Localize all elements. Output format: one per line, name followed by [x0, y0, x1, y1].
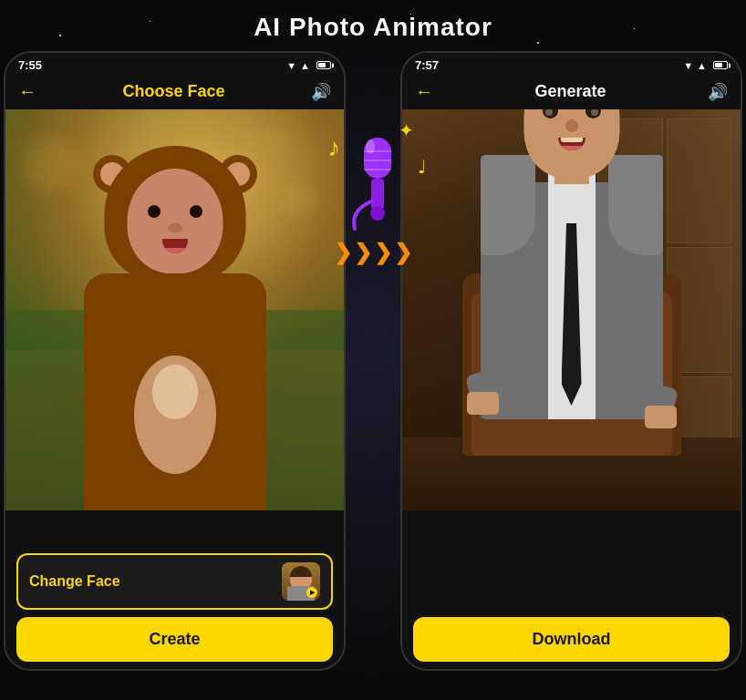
right-sound-button[interactable]: 🔊 — [708, 82, 728, 102]
arrow-1-icon: ❯ — [334, 242, 352, 263]
arrow-2-icon: ❯ — [354, 242, 372, 263]
music-note-1-icon: ♪ — [327, 133, 340, 162]
left-status-bar: 7:55 ▼ ▲ — [5, 53, 344, 76]
change-face-label: Change Face — [29, 573, 120, 590]
right-signal-icon: ▲ — [697, 60, 707, 71]
left-back-button[interactable]: ← — [18, 81, 36, 102]
avatar-play-icon: ▶ — [306, 587, 317, 598]
wall-panel — [667, 118, 731, 243]
change-face-button[interactable]: Change Face ▶ — [16, 553, 333, 610]
right-phone-bottom: Download — [402, 601, 741, 669]
right-status-icons: ▼ ▲ — [683, 60, 728, 71]
left-nav-bar: ← Choose Face 🔊 — [5, 76, 344, 109]
download-button[interactable]: Download — [413, 617, 730, 662]
music-note-2-icon: ♩ — [418, 156, 426, 178]
svg-point-5 — [370, 206, 385, 221]
left-battery-icon — [316, 61, 331, 69]
left-image-area — [5, 109, 344, 510]
left-nav-title: Choose Face — [122, 82, 224, 101]
man-suit-photo — [402, 109, 741, 510]
avatar-hair — [290, 566, 312, 577]
arrow-4-icon: ❯ — [394, 242, 412, 263]
right-status-bar: 7:57 ▼ ▲ — [402, 53, 741, 76]
arrow-3-icon: ❯ — [374, 242, 392, 263]
svg-rect-4 — [371, 179, 384, 211]
left-phone: 7:55 ▼ ▲ ← Choose Face 🔊 — [4, 51, 346, 671]
right-phone: 7:57 ▼ ▲ ← Generate 🔊 — [400, 51, 742, 671]
left-phone-bottom: Change Face ▶ Create — [5, 546, 344, 669]
phones-container: 7:55 ▼ ▲ ← Choose Face 🔊 — [0, 51, 746, 671]
page-title: AI Photo Animator — [0, 0, 746, 51]
left-status-icons: ▼ ▲ — [286, 60, 331, 71]
left-time: 7:55 — [18, 58, 42, 72]
right-image-area — [402, 109, 741, 510]
monkey-child-photo — [5, 109, 344, 510]
arrows-container: ❯ ❯ ❯ ❯ — [334, 242, 412, 263]
right-time: 7:57 — [415, 58, 439, 72]
left-signal-icon: ▲ — [300, 60, 310, 71]
svg-point-6 — [366, 139, 375, 154]
left-wifi-icon: ▼ — [286, 60, 296, 71]
create-button[interactable]: Create — [16, 617, 333, 662]
microphone-icon — [341, 133, 405, 237]
right-wifi-icon: ▼ — [683, 60, 693, 71]
right-battery-icon — [713, 61, 728, 69]
face-avatar: ▶ — [282, 562, 320, 601]
right-nav-bar: ← Generate 🔊 — [402, 76, 741, 109]
left-sound-button[interactable]: 🔊 — [311, 82, 331, 102]
right-nav-title: Generate — [534, 82, 606, 101]
right-back-button[interactable]: ← — [415, 81, 433, 102]
